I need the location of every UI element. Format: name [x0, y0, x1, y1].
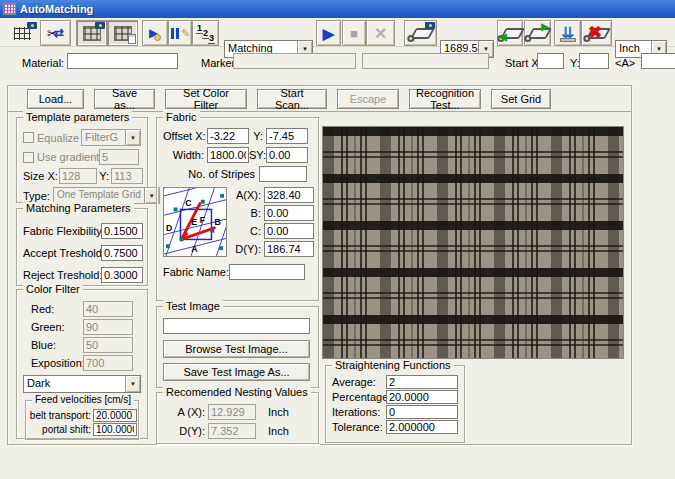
nesting-d-unit: Inch — [268, 425, 289, 437]
set-color-filter-button[interactable]: Set Color Filter — [165, 89, 247, 109]
c-input[interactable] — [264, 223, 314, 239]
type-label: Type: — [23, 190, 53, 202]
window-title: AutoMatching — [20, 3, 93, 15]
sy-input[interactable] — [266, 147, 308, 163]
test-image-group: Test Image Browse Test Image... Save Tes… — [156, 306, 319, 388]
equalize-filter-select: FilterG ▼ — [81, 129, 141, 146]
reject-treshold-input[interactable] — [101, 267, 143, 283]
width-input[interactable] — [207, 147, 249, 163]
green-arrow-icon: ▶ — [541, 22, 549, 32]
load-button[interactable]: Load... — [27, 89, 84, 109]
use-gradient-checkbox — [23, 152, 34, 163]
group-title: Recomended Nesting Values — [163, 386, 311, 398]
svg-text:F: F — [200, 215, 205, 225]
start-scan-button[interactable]: Start Scan... — [257, 89, 327, 109]
camera-icon — [95, 22, 105, 29]
pencil-icon: ✎ — [181, 28, 190, 39]
group-title: Template parameters — [23, 111, 132, 123]
group-title: Test Image — [163, 300, 223, 312]
fabric-name-label: Fabric Name: — [163, 266, 229, 278]
group-title: Matching Parameters — [23, 202, 134, 214]
action-button-bar: Load... Save as... Set Color Filter Star… — [7, 85, 632, 112]
belt-transport-input[interactable] — [93, 409, 137, 422]
blue-input — [83, 337, 133, 353]
nesting-d-label: D(Y): — [163, 425, 205, 437]
fabric-flexibility-input[interactable] — [101, 223, 143, 239]
exposition-label: Exposition: — [23, 357, 83, 369]
average-label: Average: — [332, 376, 386, 388]
sy-label: SY: — [249, 149, 263, 161]
size-y-input — [111, 168, 143, 184]
chevron-down-icon[interactable]: ▼ — [125, 376, 140, 392]
material-input[interactable] — [67, 53, 178, 69]
set-grid-button[interactable]: Set Grid — [491, 89, 551, 109]
stop-button: ■ — [342, 20, 366, 46]
template-scan-toggle[interactable] — [76, 20, 107, 46]
roller-forward-button[interactable]: ▶ — [524, 20, 551, 46]
chevron-down-icon: ▼ — [125, 130, 140, 145]
recognition-test-button[interactable]: Recognition Test... — [409, 89, 481, 109]
b-input[interactable] — [264, 205, 314, 221]
feed-down-button[interactable]: ⇊ — [554, 20, 581, 46]
nesting-a-unit: Inch — [268, 406, 289, 418]
iterations-input[interactable] — [386, 405, 458, 419]
accept-treshold-input[interactable] — [101, 245, 143, 261]
matching-parameters-group: Matching Parameters Fabric Flexibility: … — [16, 208, 148, 286]
offset-y-label: Y: — [249, 130, 263, 142]
pause-edit-button[interactable]: ✎ — [168, 20, 192, 46]
portal-shift-input[interactable] — [93, 423, 137, 436]
percentage-label: Percentage: — [332, 391, 386, 403]
close-icon: × — [375, 23, 387, 43]
svg-text:C: C — [185, 198, 192, 208]
portal-shift-label: portal shift: — [29, 424, 91, 435]
a-x-label: A(X): — [233, 189, 261, 201]
run-matching-button[interactable]: ▶ — [142, 20, 168, 46]
d-y-input[interactable] — [264, 241, 314, 257]
offset-x-input[interactable] — [207, 128, 249, 144]
svg-text:B: B — [214, 217, 220, 227]
template-copy-toggle[interactable] — [107, 20, 138, 46]
angle-input[interactable] — [641, 53, 675, 69]
equalize-label: Equalize — [37, 132, 81, 144]
toolbar: ✂ ⇄ ▶ ✎ 1 2 3 Matching — [0, 18, 675, 47]
start-x-input[interactable] — [537, 53, 564, 69]
offset-y-input[interactable] — [266, 128, 308, 144]
save-test-image-button[interactable]: Save Test Image As... — [163, 363, 310, 381]
d-y-label: D(Y): — [233, 243, 261, 255]
stop-icon: ■ — [350, 27, 358, 40]
browse-test-image-button[interactable]: Browse Test Image... — [163, 340, 310, 358]
start-y-input[interactable] — [579, 53, 609, 69]
average-input[interactable] — [386, 375, 458, 389]
color-filter-group: Color Filter Red: Green: Blue: Expositio… — [16, 289, 148, 439]
blue-label: Blue: — [23, 339, 83, 351]
swap-arrow-icon: ⇄ — [54, 27, 64, 39]
stripes-input[interactable] — [259, 166, 307, 182]
cut-button[interactable]: ✂ ⇄ — [40, 20, 71, 46]
feed-cancel-button[interactable]: ✖ — [581, 20, 612, 46]
material-label: Material: — [22, 57, 64, 69]
percentage-input[interactable] — [386, 390, 458, 404]
a-x-input[interactable] — [264, 187, 314, 203]
set-grid-scan-button[interactable] — [6, 21, 38, 45]
nesting-values-group: Recomended Nesting Values A (X): Inch D(… — [156, 392, 319, 444]
tolerance-input[interactable] — [386, 420, 458, 434]
test-image-path-input[interactable] — [163, 318, 310, 334]
roller-backward-button[interactable]: ▶ — [497, 20, 523, 46]
filter-mode-select[interactable]: Dark ▼ — [23, 375, 141, 393]
play-icon: ▶ — [323, 26, 335, 41]
tolerance-label: Tolerance: — [332, 421, 386, 433]
start-button[interactable]: ▶ — [316, 20, 341, 46]
camera-icon — [425, 22, 435, 29]
app-grid-icon — [3, 3, 16, 15]
reject-treshold-label: Reject Treshold: — [23, 269, 101, 281]
feed-velocities-group: Feed velocities [cm/s] belt transport: p… — [25, 400, 139, 440]
red-label: Red: — [23, 303, 83, 315]
fabric-preview-image — [322, 126, 624, 359]
fabric-name-input[interactable] — [229, 264, 305, 280]
roller-scan-button[interactable] — [404, 20, 437, 46]
title-bar[interactable]: AutoMatching — [0, 0, 675, 18]
save-as-button[interactable]: Save as... — [94, 89, 155, 109]
svg-text:E: E — [191, 217, 197, 227]
sequence-order-button[interactable]: 1 2 3 — [192, 20, 219, 46]
sequence-123-icon: 1 2 3 — [195, 24, 216, 43]
